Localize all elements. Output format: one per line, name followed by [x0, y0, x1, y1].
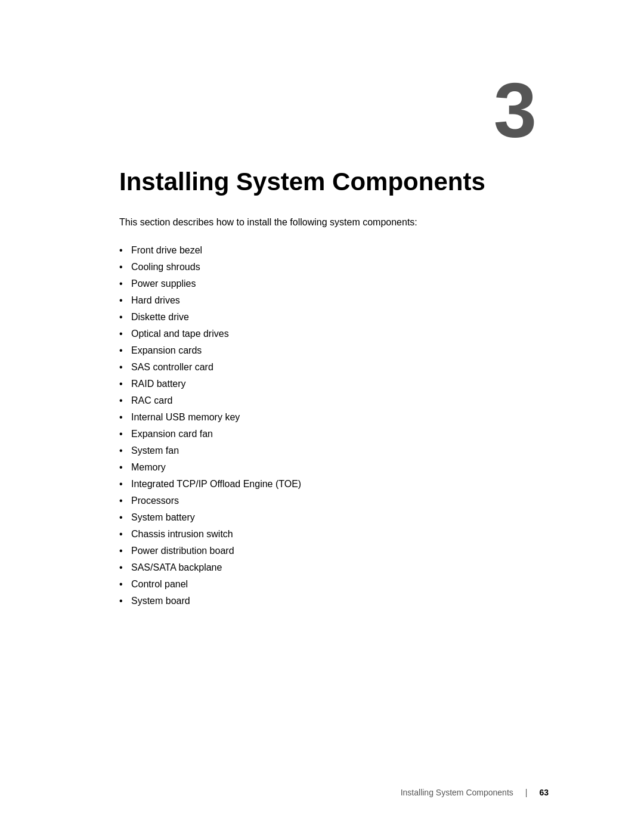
list-item: Diskette drive	[119, 309, 549, 326]
intro-paragraph: This section describes how to install th…	[119, 215, 549, 230]
list-item: Integrated TCP/IP Offload Engine (TOE)	[119, 476, 549, 493]
list-item: Chassis intrusion switch	[119, 526, 549, 543]
page: 3 Installing System Components This sect…	[0, 0, 644, 833]
footer-page-number: 63	[539, 788, 549, 797]
footer-separator: |	[525, 788, 528, 797]
list-item: RAC card	[119, 392, 549, 409]
list-item: System board	[119, 593, 549, 609]
list-item: Internal USB memory key	[119, 409, 549, 426]
chapter-title: Installing System Components	[119, 167, 549, 197]
list-item: Expansion cards	[119, 342, 549, 359]
list-item: RAID battery	[119, 376, 549, 392]
list-item: Cooling shrouds	[119, 259, 549, 275]
footer-content: Installing System Components | 63	[401, 788, 549, 797]
page-footer: Installing System Components | 63	[0, 788, 644, 797]
list-item: System battery	[119, 509, 549, 526]
list-item: Front drive bezel	[119, 242, 549, 259]
list-item: Optical and tape drives	[119, 326, 549, 342]
list-item: Processors	[119, 493, 549, 509]
list-item: Power distribution board	[119, 543, 549, 559]
footer-section-label: Installing System Components	[401, 788, 513, 797]
list-item: System fan	[119, 442, 549, 459]
chapter-number: 3	[494, 72, 537, 149]
list-item: Hard drives	[119, 292, 549, 309]
components-list: Front drive bezelCooling shroudsPower su…	[119, 242, 549, 609]
list-item: Control panel	[119, 576, 549, 593]
list-item: SAS controller card	[119, 359, 549, 376]
list-item: Power supplies	[119, 275, 549, 292]
list-item: Expansion card fan	[119, 426, 549, 442]
content-area: Installing System Components This sectio…	[119, 167, 549, 609]
list-item: Memory	[119, 459, 549, 476]
list-item: SAS/SATA backplane	[119, 559, 549, 576]
